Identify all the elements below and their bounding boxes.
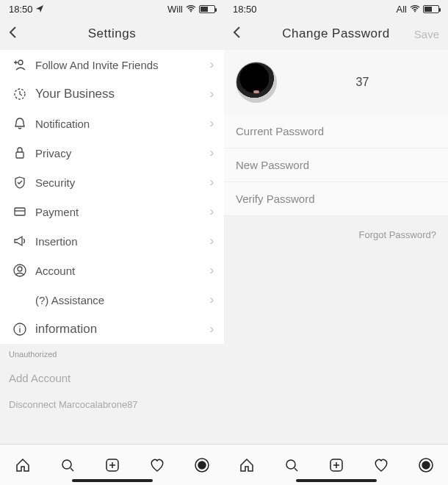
menu-label: Notification <box>35 118 210 130</box>
add-account-link[interactable]: Add Account <box>0 364 224 392</box>
change-password-header: Change Password Save <box>224 18 448 50</box>
status-bar: 18:50 All <box>224 0 448 18</box>
menu-label: Insertion <box>35 235 210 248</box>
status-bar: 18:50 Will <box>0 0 224 18</box>
forgot-password-link[interactable]: Forgot Password? <box>224 216 448 254</box>
shield-icon <box>10 175 29 190</box>
svg-point-1 <box>18 60 23 65</box>
add-person-icon <box>10 57 29 72</box>
profile-value: 37 <box>289 76 436 89</box>
menu-insertion[interactable]: Insertion › <box>0 226 224 256</box>
bottom-nav <box>224 444 448 485</box>
status-time: 18:50 <box>233 4 257 15</box>
chevron-right-icon: › <box>210 58 214 71</box>
megaphone-icon <box>10 234 29 248</box>
nav-activity[interactable] <box>148 456 166 474</box>
change-password-screen: 18:50 All Change Password Save 37 Curren… <box>224 0 448 485</box>
bottom-nav <box>0 444 224 485</box>
chevron-right-icon: › <box>210 234 214 248</box>
menu-label: Follow And Invite Friends <box>35 59 210 71</box>
nav-create[interactable] <box>104 456 121 474</box>
menu-label: Privacy <box>35 147 210 159</box>
home-indicator <box>72 479 153 482</box>
back-button[interactable] <box>7 24 18 43</box>
battery-icon <box>423 5 439 13</box>
menu-account[interactable]: Account › <box>0 256 224 285</box>
menu-label: Security <box>35 176 210 189</box>
chevron-right-icon: › <box>210 323 214 336</box>
nav-profile[interactable] <box>417 456 435 474</box>
svg-point-16 <box>422 461 430 469</box>
nav-search[interactable] <box>283 456 300 474</box>
lock-icon <box>10 146 29 160</box>
verify-password-field[interactable]: Verify Password <box>224 182 448 216</box>
svg-rect-4 <box>15 208 25 215</box>
location-icon <box>36 4 43 15</box>
svg-point-13 <box>286 460 295 469</box>
current-password-field[interactable]: Current Password <box>224 115 448 148</box>
new-password-field[interactable]: New Password <box>224 148 448 182</box>
chevron-right-icon: › <box>210 87 214 101</box>
chevron-right-icon: › <box>210 146 214 159</box>
svg-rect-3 <box>16 152 24 158</box>
menu-label: Payment <box>35 206 210 218</box>
home-indicator <box>296 479 377 482</box>
chevron-right-icon: › <box>210 293 214 306</box>
menu-your-business[interactable]: Your Business › <box>0 79 224 109</box>
status-time: 18:50 <box>9 4 33 15</box>
menu-label: (?) Assistance <box>35 294 210 306</box>
chevron-right-icon: › <box>210 205 214 218</box>
menu-label: information <box>35 322 210 337</box>
chevron-right-icon: › <box>210 176 214 189</box>
back-button[interactable] <box>231 24 242 43</box>
chevron-right-icon: › <box>210 117 214 130</box>
section-note: Unauthorized <box>0 344 224 364</box>
svg-point-6 <box>18 267 22 271</box>
settings-menu: Follow And Invite Friends › Your Busines… <box>0 50 224 344</box>
status-carrier: Will <box>167 4 183 15</box>
wifi-icon <box>410 4 420 15</box>
card-icon <box>10 204 29 219</box>
save-button[interactable]: Save <box>414 28 439 40</box>
battery-icon <box>199 5 215 13</box>
settings-screen: 18:50 Will Settings Follow And Invite Fr… <box>0 0 224 485</box>
menu-label: Your Business <box>35 87 210 101</box>
nav-profile[interactable] <box>193 456 211 474</box>
avatar <box>236 62 277 103</box>
nav-search[interactable] <box>59 456 76 474</box>
nav-home[interactable] <box>14 456 32 474</box>
menu-follow-invite[interactable]: Follow And Invite Friends › <box>0 50 224 79</box>
menu-payment[interactable]: Payment › <box>0 197 224 226</box>
info-icon <box>10 322 29 337</box>
svg-point-8 <box>62 460 71 469</box>
bell-icon <box>10 116 29 131</box>
page-title: Change Password <box>233 26 439 41</box>
status-carrier: All <box>397 4 407 15</box>
chevron-right-icon: › <box>210 264 214 277</box>
menu-information[interactable]: information › <box>0 315 224 344</box>
nav-home[interactable] <box>238 456 256 474</box>
clock-icon <box>10 87 29 101</box>
svg-point-11 <box>198 461 206 469</box>
svg-point-12 <box>414 10 416 12</box>
account-icon <box>10 263 29 278</box>
menu-label: Account <box>35 265 210 277</box>
settings-header: Settings <box>0 18 224 50</box>
nav-activity[interactable] <box>372 456 390 474</box>
menu-privacy[interactable]: Privacy › <box>0 138 224 168</box>
page-title: Settings <box>9 26 215 41</box>
nav-create[interactable] <box>328 456 345 474</box>
menu-assistance[interactable]: (?) Assistance › <box>0 285 224 315</box>
wifi-icon <box>186 4 196 15</box>
profile-block: 37 <box>224 50 448 115</box>
menu-security[interactable]: Security › <box>0 168 224 197</box>
disconnect-link[interactable]: Disconnect Marcocalabrone87 <box>0 392 224 417</box>
menu-notification[interactable]: Notification › <box>0 109 224 138</box>
svg-point-0 <box>190 10 192 12</box>
